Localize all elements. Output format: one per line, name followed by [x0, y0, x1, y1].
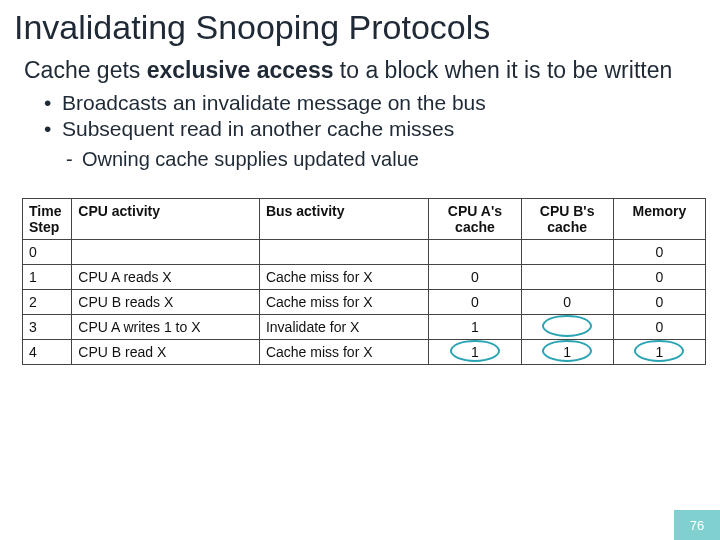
slide: Invalidating Snooping Protocols Cache ge…	[0, 0, 720, 540]
cell-step: 0	[23, 240, 72, 265]
lead-post: to a block when it is to be written	[333, 57, 672, 83]
cell-cpu-activity: CPU A reads X	[72, 265, 260, 290]
cell-cpu-activity: CPU A writes 1 to X	[72, 315, 260, 340]
table-row: 2 CPU B reads X Cache miss for X 0 0 0	[23, 290, 706, 315]
cell-cpu-b	[521, 240, 613, 265]
table-row: 1 CPU A reads X Cache miss for X 0 0	[23, 265, 706, 290]
lead-pre: Cache gets	[24, 57, 147, 83]
th-memory: Memory	[613, 199, 705, 240]
cell-cpu-activity	[72, 240, 260, 265]
slide-title: Invalidating Snooping Protocols	[14, 8, 706, 47]
cell-cpu-b: 0	[521, 290, 613, 315]
th-cpu-b-cache: CPU B's cache	[521, 199, 613, 240]
cell-value: 1	[563, 344, 571, 360]
cell-bus-activity	[259, 240, 428, 265]
cell-bus-activity: Cache miss for X	[259, 265, 428, 290]
table-header-row: Time Step CPU activity Bus activity CPU …	[23, 199, 706, 240]
bullet-text: Subsequent read in another cache misses	[62, 117, 454, 140]
cell-cpu-b	[521, 315, 613, 340]
cell-bus-activity: Cache miss for X	[259, 340, 428, 365]
cell-step: 2	[23, 290, 72, 315]
cell-memory: 0	[613, 290, 705, 315]
cell-cpu-b	[521, 265, 613, 290]
bullet-list-1: Broadcasts an invalidate message on the …	[14, 90, 706, 141]
cell-memory: 0	[613, 240, 705, 265]
cell-cpu-a: 1	[429, 315, 521, 340]
bullet-item: Subsequent read in another cache misses	[44, 116, 706, 142]
sub-bullet-item: Owning cache supplies updated value	[66, 147, 706, 172]
cell-bus-activity: Cache miss for X	[259, 290, 428, 315]
cell-memory: 0	[613, 265, 705, 290]
cell-cpu-activity: CPU B reads X	[72, 290, 260, 315]
cell-step: 4	[23, 340, 72, 365]
cell-cpu-b: 1	[521, 340, 613, 365]
lead-em: exclusive access	[147, 57, 334, 83]
cell-memory: 0	[613, 315, 705, 340]
cell-value: 1	[471, 344, 479, 360]
table-row: 4 CPU B read X Cache miss for X 1 1 1	[23, 340, 706, 365]
cell-cpu-a: 0	[429, 290, 521, 315]
highlight-oval-icon	[542, 315, 592, 337]
cell-cpu-a: 0	[429, 265, 521, 290]
bullet-item: Broadcasts an invalidate message on the …	[44, 90, 706, 116]
th-cpu-activity: CPU activity	[72, 199, 260, 240]
bullet-text: Owning cache supplies updated value	[82, 148, 419, 170]
page-number: 76	[674, 510, 720, 540]
cell-step: 1	[23, 265, 72, 290]
cell-bus-activity: Invalidate for X	[259, 315, 428, 340]
lead-text: Cache gets exclusive access to a block w…	[24, 57, 696, 84]
th-cpu-a-cache: CPU A's cache	[429, 199, 521, 240]
table-row: 0 0	[23, 240, 706, 265]
cell-cpu-a	[429, 240, 521, 265]
th-time-step: Time Step	[23, 199, 72, 240]
cell-step: 3	[23, 315, 72, 340]
table-row: 3 CPU A writes 1 to X Invalidate for X 1…	[23, 315, 706, 340]
bullet-text: Broadcasts an invalidate message on the …	[62, 91, 486, 114]
cell-memory: 1	[613, 340, 705, 365]
protocol-table: Time Step CPU activity Bus activity CPU …	[22, 198, 706, 365]
cell-cpu-a: 1	[429, 340, 521, 365]
bullet-list-2: Owning cache supplies updated value	[14, 147, 706, 172]
th-bus-activity: Bus activity	[259, 199, 428, 240]
cell-cpu-activity: CPU B read X	[72, 340, 260, 365]
cell-value: 1	[655, 344, 663, 360]
